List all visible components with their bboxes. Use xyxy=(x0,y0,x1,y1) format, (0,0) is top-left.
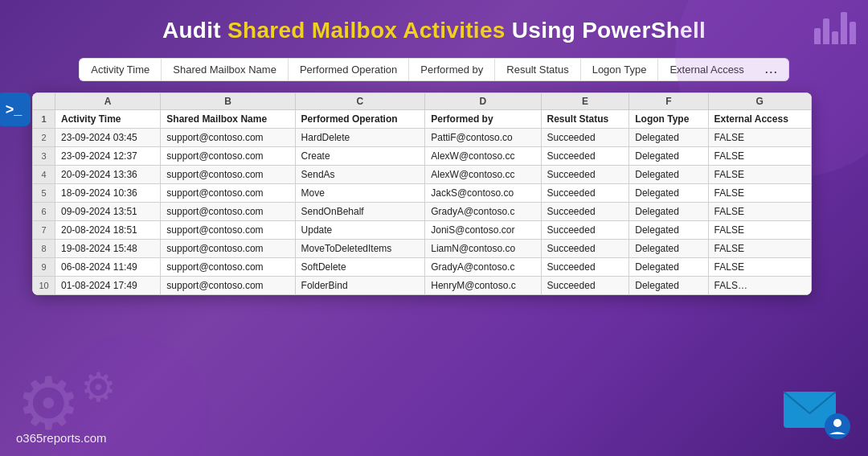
table-cell: 7 xyxy=(33,221,55,240)
chart-bar xyxy=(850,22,856,44)
column-tab-5[interactable]: Logon Type xyxy=(580,58,658,81)
table-cell: 23-09-2024 12:37 xyxy=(55,147,161,166)
title-highlight: Shared Mailbox Activities xyxy=(227,18,506,43)
table-cell: 18-09-2024 10:36 xyxy=(55,184,161,203)
table-cell: Succeeded xyxy=(541,147,629,166)
col-letter- xyxy=(33,93,55,110)
table-cell: Delegated xyxy=(629,277,708,295)
spreadsheet: ABCDEFG 1Activity TimeShared Mailbox Nam… xyxy=(32,92,812,295)
table-cell: FALSE xyxy=(708,221,811,240)
tabs-more-button[interactable]: ... xyxy=(755,58,789,81)
table-row: 420-09-2024 13:36support@contoso.comSend… xyxy=(33,166,812,184)
column-tab-4[interactable]: Result Status xyxy=(494,58,579,81)
table-cell: support@contoso.com xyxy=(161,166,295,184)
spreadsheet-wrapper: >_ ABCDEFG 1Activity TimeShared Mailbox … xyxy=(32,92,812,295)
table-cell: Delegated xyxy=(629,129,708,147)
table-cell: HardDelete xyxy=(295,129,425,147)
table-cell: Succeeded xyxy=(541,184,629,203)
column-tab-6[interactable]: External Access xyxy=(657,58,755,81)
table-cell: 6 xyxy=(33,203,55,221)
table-cell: Delegated xyxy=(629,203,708,221)
chart-bar xyxy=(841,12,847,44)
table-cell: support@contoso.com xyxy=(161,240,295,258)
table-row: 223-09-2024 03:45support@contoso.comHard… xyxy=(33,129,812,147)
table-cell: FALSE xyxy=(708,203,811,221)
table-cell: 06-08-2024 11:49 xyxy=(55,258,161,277)
page-title: Audit Shared Mailbox Activities Using Po… xyxy=(0,0,868,58)
table-cell: Create xyxy=(295,147,425,166)
table-cell: JoniS@contoso.cor xyxy=(425,221,541,240)
table-cell: Succeeded xyxy=(541,203,629,221)
table-cell: support@contoso.com xyxy=(161,277,295,295)
table-cell: support@contoso.com xyxy=(161,129,295,147)
table-cell: support@contoso.com xyxy=(161,203,295,221)
column-letter-row: ABCDEFG xyxy=(33,93,812,110)
table-row: 720-08-2024 18:51support@contoso.comUpda… xyxy=(33,221,812,240)
table-cell: 2 xyxy=(33,129,55,147)
table-cell: AlexW@contoso.cc xyxy=(425,147,541,166)
table-cell: AlexW@contoso.cc xyxy=(425,166,541,184)
table-cell: support@contoso.com xyxy=(161,147,295,166)
table-cell: 9 xyxy=(33,258,55,277)
data-table: ABCDEFG 1Activity TimeShared Mailbox Nam… xyxy=(32,92,812,295)
table-cell: 19-08-2024 15:48 xyxy=(55,240,161,258)
col-letter-B: B xyxy=(161,93,295,110)
header-cell-1: Activity Time xyxy=(55,110,161,129)
column-tab-0[interactable]: Activity Time xyxy=(79,58,161,81)
table-cell: support@contoso.com xyxy=(161,221,295,240)
table-cell: Delegated xyxy=(629,240,708,258)
table-cell: Delegated xyxy=(629,221,708,240)
table-cell: FALSE xyxy=(708,258,811,277)
col-letter-D: D xyxy=(425,93,541,110)
table-cell: 09-09-2024 13:51 xyxy=(55,203,161,221)
table-cell: FALSE xyxy=(708,147,811,166)
column-tab-3[interactable]: Performed by xyxy=(408,58,494,81)
gear-icon-2: ⚙ xyxy=(80,368,117,408)
table-cell: Delegated xyxy=(629,258,708,277)
powershell-button[interactable]: >_ xyxy=(0,92,31,126)
table-cell: LiamN@contoso.co xyxy=(425,240,541,258)
table-cell: Delegated xyxy=(629,166,708,184)
table-row: 819-08-2024 15:48support@contoso.comMove… xyxy=(33,240,812,258)
table-cell: SoftDelete xyxy=(295,258,425,277)
table-cell: 23-09-2024 03:45 xyxy=(55,129,161,147)
ps-prompt-label: >_ xyxy=(6,102,23,117)
header-cell-0: 1 xyxy=(33,110,55,129)
table-cell: MoveToDeletedItems xyxy=(295,240,425,258)
table-cell: Succeeded xyxy=(541,166,629,184)
table-cell: SendAs xyxy=(295,166,425,184)
header-cell-5: Result Status xyxy=(541,110,629,129)
header-row: 1Activity TimeShared Mailbox NamePerform… xyxy=(33,110,812,129)
header-cell-4: Performed by xyxy=(425,110,541,129)
table-cell: FALS… xyxy=(708,277,811,295)
table-cell: Succeeded xyxy=(541,240,629,258)
table-cell: Delegated xyxy=(629,184,708,203)
table-cell: HenryM@contoso.c xyxy=(425,277,541,295)
table-cell: GradyA@contoso.c xyxy=(425,203,541,221)
column-tab-1[interactable]: Shared Mailbox Name xyxy=(161,58,288,81)
table-cell: Succeeded xyxy=(541,221,629,240)
title-prefix: Audit xyxy=(162,18,227,43)
col-letter-G: G xyxy=(708,93,811,110)
chart-bar xyxy=(814,28,821,44)
table-cell: 01-08-2024 17:49 xyxy=(55,277,161,295)
table-body: 1Activity TimeShared Mailbox NamePerform… xyxy=(33,110,812,295)
header-cell-2: Shared Mailbox Name xyxy=(161,110,295,129)
chart-bar xyxy=(823,18,829,44)
table-cell: 10 xyxy=(33,277,55,295)
header-cell-7: External Access xyxy=(708,110,811,129)
table-cell: FALSE xyxy=(708,129,811,147)
table-cell: FALSE xyxy=(708,166,811,184)
table-cell: SendOnBehalf xyxy=(295,203,425,221)
table-row: 906-08-2024 11:49support@contoso.comSoft… xyxy=(33,258,812,277)
col-letter-A: A xyxy=(55,93,161,110)
column-tabs: Activity TimeShared Mailbox NamePerforme… xyxy=(0,58,868,81)
column-tab-2[interactable]: Performed Operation xyxy=(288,58,408,81)
table-cell: 20-09-2024 13:36 xyxy=(55,166,161,184)
table-cell: support@contoso.com xyxy=(161,184,295,203)
col-letter-C: C xyxy=(295,93,425,110)
logo-text: o365reports.com xyxy=(16,431,107,445)
envelope-icon xyxy=(780,380,852,440)
table-cell: FALSE xyxy=(708,184,811,203)
table-cell: 3 xyxy=(33,147,55,166)
